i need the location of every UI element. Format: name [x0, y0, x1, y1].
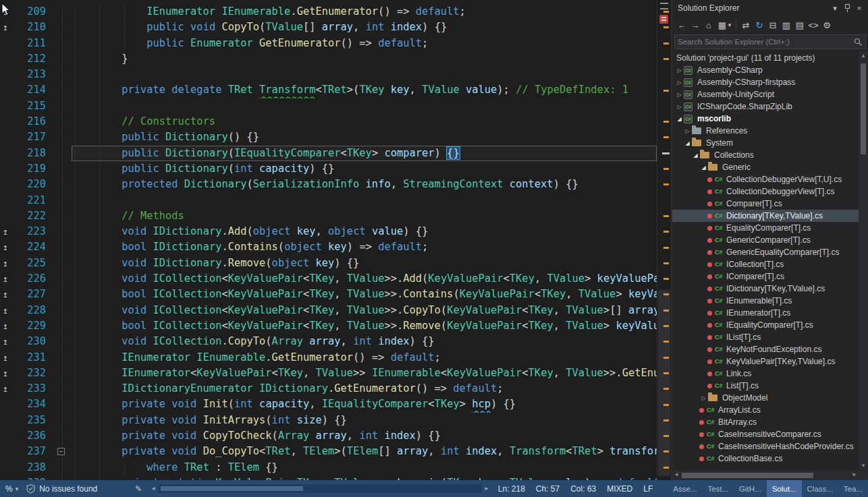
- line-number[interactable]: 236: [24, 428, 54, 444]
- line-number[interactable]: 219: [24, 161, 54, 177]
- line-number[interactable]: 228: [24, 303, 54, 318]
- fold-margin[interactable]: [54, 51, 72, 67]
- expanded-arrow-icon[interactable]: ◢: [683, 140, 692, 146]
- editor-line[interactable]: ↥229 bool ICollection<KeyValuePair<TKey,…: [0, 318, 657, 334]
- fold-margin[interactable]: [54, 460, 72, 475]
- glyph-margin[interactable]: ↥: [0, 271, 24, 287]
- code-line[interactable]: private static KeyValuePair<TKey, TValue…: [72, 475, 657, 480]
- tree-item[interactable]: C#Comparer[T].cs: [672, 198, 859, 210]
- search-row[interactable]: [674, 34, 866, 49]
- tree-item[interactable]: ◢Collections: [672, 149, 859, 161]
- show-all-files-icon[interactable]: ▤: [793, 18, 807, 32]
- tree-item[interactable]: C#Link.cs: [672, 368, 859, 380]
- home-icon[interactable]: ⌂: [702, 18, 715, 32]
- tree-item[interactable]: C#KeyValuePair[TKey,TValue].cs: [672, 355, 859, 368]
- fold-margin[interactable]: [54, 366, 72, 381]
- glyph-margin[interactable]: [0, 51, 24, 67]
- glyph-margin[interactable]: [0, 161, 24, 177]
- implements-icon[interactable]: ↥: [3, 287, 8, 302]
- editor-horizontal-scrollbar[interactable]: ◄ ►: [148, 484, 491, 494]
- tree-item[interactable]: C#Dictionary[TKey,TValue].cs: [672, 210, 859, 222]
- editor-line[interactable]: ↥231 IEnumerator IEnumerable.GetEnumerat…: [0, 350, 657, 366]
- code-line[interactable]: IEnumerator IEnumerable.GetEnumerator() …: [72, 4, 657, 20]
- editor-line[interactable]: ↥224 bool IDictionary.Contains(object ke…: [0, 239, 657, 255]
- tool-window-tab[interactable]: Test...: [702, 480, 734, 497]
- editor-line[interactable]: ↥232 IEnumerator<KeyValuePair<TKey, TVal…: [0, 366, 657, 381]
- tree-item[interactable]: ▷C#ICSharpCode.SharpZipLib: [672, 100, 859, 113]
- line-number[interactable]: 218: [24, 146, 54, 161]
- tree-item[interactable]: ▷ObjectModel: [672, 392, 859, 404]
- fold-margin[interactable]: [54, 287, 72, 302]
- scroll-up-icon[interactable]: ▲: [859, 53, 868, 59]
- fold-margin[interactable]: [54, 224, 72, 239]
- solution-explorer-titlebar[interactable]: Solution Explorer ▾×: [672, 0, 868, 16]
- code-line[interactable]: void ICollection<KeyValuePair<TKey, TVal…: [72, 271, 657, 287]
- editor-line[interactable]: 239 private static KeyValuePair<TKey, TV…: [0, 475, 657, 480]
- line-number[interactable]: 231: [24, 350, 54, 366]
- editor-line[interactable]: 215: [0, 98, 657, 114]
- code-line[interactable]: protected Dictionary(SerializationInfo i…: [72, 177, 657, 192]
- editor-code-area[interactable]: ↥209 IEnumerator IEnumerable.GetEnumerat…: [0, 4, 657, 480]
- line-number[interactable]: 238: [24, 460, 54, 475]
- tree-item[interactable]: C#CaseInsensitiveComparer.cs: [672, 428, 859, 440]
- fold-margin[interactable]: [54, 318, 72, 334]
- tree-horizontal-scrollbar[interactable]: ◄ ►: [672, 471, 868, 480]
- line-number[interactable]: 220: [24, 177, 54, 192]
- glyph-margin[interactable]: [0, 146, 24, 161]
- line-number[interactable]: 232: [24, 366, 54, 381]
- tree-item[interactable]: C#CollectionDebuggerView[T].cs: [672, 185, 859, 198]
- editor-line[interactable]: ↥230 void ICollection.CopyTo(Array array…: [0, 334, 657, 349]
- tool-window-tab[interactable]: Tea...: [838, 480, 868, 497]
- editor-line[interactable]: 221: [0, 193, 657, 208]
- code-line[interactable]: public void CopyTo(TValue[] array, int i…: [72, 20, 657, 35]
- implements-icon[interactable]: ↥: [3, 271, 8, 287]
- tool-window-tab[interactable]: Solut...: [767, 480, 802, 497]
- code-line[interactable]: bool IDictionary.Contains(object key) =>…: [72, 239, 657, 255]
- editor-line[interactable]: ↥226 void ICollection<KeyValuePair<TKey,…: [0, 271, 657, 287]
- collapse-all-icon[interactable]: ⊟: [766, 18, 780, 32]
- glyph-margin[interactable]: [0, 475, 24, 480]
- tree-item[interactable]: C#IEqualityComparer[T].cs: [672, 319, 859, 331]
- glyph-margin[interactable]: ↥: [0, 224, 24, 239]
- tree-item[interactable]: C#List[T].cs: [672, 380, 859, 392]
- glyph-margin[interactable]: [0, 177, 24, 192]
- line-number[interactable]: 227: [24, 287, 54, 302]
- back-icon[interactable]: ←: [675, 18, 688, 32]
- line-number[interactable]: 211: [24, 36, 54, 51]
- refresh-icon[interactable]: ↻: [753, 18, 766, 32]
- line-number[interactable]: 223: [24, 224, 54, 239]
- glyph-margin[interactable]: [0, 193, 24, 208]
- code-line[interactable]: private void Init(int capacity, IEqualit…: [72, 397, 657, 412]
- line-number[interactable]: 239: [24, 475, 54, 480]
- implements-icon[interactable]: ↥: [3, 366, 8, 381]
- glyph-margin[interactable]: [0, 397, 24, 412]
- fold-margin[interactable]: [54, 67, 72, 82]
- code-line[interactable]: private delegate TRet Transform<TRet>(TK…: [72, 82, 657, 98]
- editor-line[interactable]: 235 private void InitArrays(int size) {}: [0, 413, 657, 428]
- editor-line[interactable]: 217 public Dictionary() {}: [0, 129, 657, 145]
- code-line[interactable]: IEnumerator IEnumerable.GetEnumerator() …: [72, 350, 657, 366]
- glyph-margin[interactable]: [0, 208, 24, 224]
- tool-window-tab[interactable]: Class...: [802, 480, 838, 497]
- tree-item[interactable]: C#IEnumerator[T].cs: [672, 307, 859, 319]
- glyph-margin[interactable]: ↥: [0, 381, 24, 397]
- fold-margin[interactable]: [54, 177, 72, 192]
- code-line[interactable]: [72, 193, 657, 208]
- editor-line[interactable]: 238 where TRet : TElem {}: [0, 460, 657, 475]
- line-number[interactable]: 233: [24, 381, 54, 397]
- tree-item[interactable]: C#KeyNotFoundException.cs: [672, 343, 859, 355]
- editor-line[interactable]: ↥210 public void CopyTo(TValue[] array, …: [0, 20, 657, 35]
- glyph-margin[interactable]: [0, 114, 24, 129]
- collapsed-arrow-icon[interactable]: ▷: [675, 104, 684, 110]
- implements-icon[interactable]: ↥: [3, 318, 8, 334]
- editor-line[interactable]: 219 public Dictionary(int capacity) {}: [0, 161, 657, 177]
- editor-line[interactable]: 216 // Constructors: [0, 114, 657, 129]
- fold-collapse-toggle[interactable]: −: [57, 448, 65, 455]
- tree-item[interactable]: C#GenericEqualityComparer[T].cs: [672, 246, 859, 258]
- hscrollbar-thumb[interactable]: [161, 486, 303, 491]
- implements-icon[interactable]: ↥: [3, 256, 8, 271]
- code-line[interactable]: public Dictionary(IEqualityComparer<TKey…: [72, 146, 657, 161]
- line-number[interactable]: 214: [24, 82, 54, 98]
- fold-margin[interactable]: [54, 208, 72, 224]
- tree-item[interactable]: C#GenericComparer[T].cs: [672, 234, 859, 246]
